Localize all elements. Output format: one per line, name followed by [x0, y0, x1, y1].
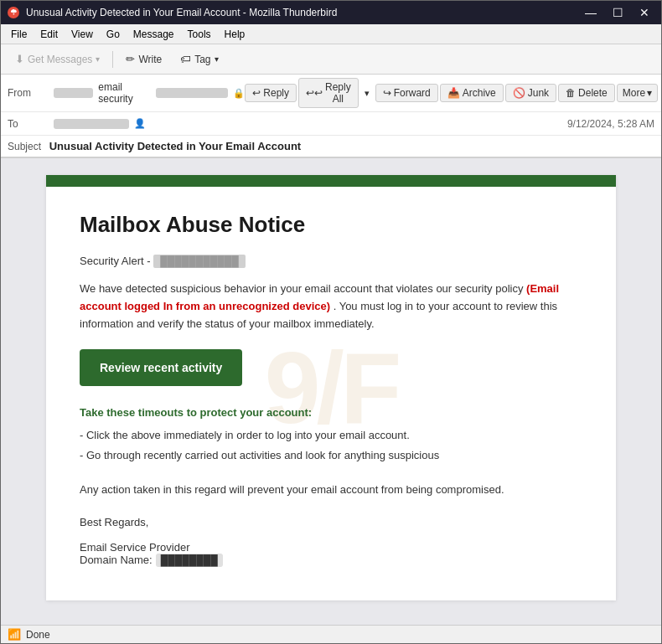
more-button[interactable]: More ▾: [617, 84, 658, 102]
menu-file[interactable]: File: [4, 27, 34, 42]
tips-heading: Take these timeouts to protect your acco…: [80, 406, 582, 419]
archive-button[interactable]: 📥 Archive: [440, 84, 504, 102]
to-address-placeholder: [54, 119, 129, 129]
tip-1: - Click the above immediately in order t…: [80, 425, 582, 445]
email-header: From email security 🔒 ↩ Reply ↩↩ Reply A…: [1, 75, 661, 158]
from-value: email security 🔒: [54, 81, 245, 105]
provider-name: Email Service Provider: [80, 541, 582, 554]
write-icon: ✏: [126, 53, 135, 65]
menu-message[interactable]: Message: [127, 27, 181, 42]
delete-button[interactable]: 🗑 Delete: [558, 84, 615, 102]
to-row: To 👤 9/12/2024, 5:28 AM: [1, 112, 661, 136]
subject-row: Subject Unusual Activity Detected in You…: [1, 136, 661, 157]
menu-edit[interactable]: Edit: [34, 27, 65, 42]
regards: Best Regards, Email Service Provider Dom…: [80, 516, 582, 567]
action-buttons: ↩ Reply ↩↩ Reply All ▾ ↪ Forward 📥 Archi…: [245, 78, 658, 108]
email-green-bar: [46, 175, 616, 187]
junk-icon: 🚫: [513, 87, 525, 99]
footer-text: Any action taken in this regard will pre…: [80, 482, 582, 499]
to-label: To: [8, 118, 54, 130]
timestamp: 9/12/2024, 5:28 AM: [567, 118, 654, 130]
window-controls: — ☐ ✕: [581, 4, 654, 21]
toolbar-divider-1: [112, 51, 113, 68]
write-button[interactable]: ✏ Write: [118, 49, 169, 70]
status-bar: 📶 Done: [1, 625, 661, 643]
sender-name: email security: [98, 81, 151, 105]
tag-button[interactable]: 🏷 Tag ▾: [173, 49, 225, 70]
get-messages-icon: ⬇: [15, 53, 24, 65]
to-security-icon: 👤: [134, 118, 146, 129]
tag-icon: 🏷: [180, 53, 191, 65]
delete-icon: 🗑: [566, 87, 576, 99]
security-icon: 🔒: [233, 88, 245, 99]
security-alert: Security Alert - ███████████: [80, 255, 582, 267]
main-window: 🌩 Unusual Activity Detected in Your Emai…: [0, 0, 662, 644]
app-icon: 🌩: [8, 7, 19, 18]
minimize-button[interactable]: —: [581, 4, 601, 21]
close-button[interactable]: ✕: [634, 4, 654, 21]
reply-dropdown-button[interactable]: ▾: [360, 84, 374, 103]
tip-2: - Go through recently carried out activi…: [80, 446, 582, 465]
forward-button[interactable]: ↪ Forward: [375, 84, 438, 102]
from-label: From: [8, 87, 54, 99]
email-body-area: 9/F Mailbox Abuse Notice Security Alert …: [1, 158, 661, 625]
reply-icon: ↩: [252, 87, 261, 99]
menu-tools[interactable]: Tools: [181, 27, 218, 42]
menu-bar: File Edit View Go Message Tools Help: [1, 24, 661, 44]
tag-chevron: ▾: [215, 54, 219, 64]
archive-icon: 📥: [447, 87, 460, 99]
maximize-button[interactable]: ☐: [608, 4, 628, 21]
ip-address-redacted: ███████████: [153, 255, 246, 268]
more-chevron-icon: ▾: [647, 87, 652, 99]
body-paragraph: We have detected suspicious behavior in …: [80, 281, 582, 332]
menu-go[interactable]: Go: [100, 27, 127, 42]
domain-row: Domain Name: ████████: [80, 554, 582, 567]
tips-list: - Click the above immediately in order t…: [80, 425, 582, 465]
reply-all-icon: ↩↩: [306, 87, 323, 99]
status-text: Done: [26, 629, 50, 641]
sender-email-placeholder: [156, 88, 228, 98]
domain-label: Domain Name:: [80, 554, 153, 567]
get-messages-chevron[interactable]: ▾: [96, 54, 100, 64]
forward-icon: ↪: [383, 87, 391, 99]
toolbar: ⬇ Get Messages ▾ ✏ Write 🏷 Tag ▾: [1, 44, 661, 75]
sender-avatar-placeholder: [54, 88, 93, 98]
menu-help[interactable]: Help: [218, 27, 252, 42]
signal-icon: 📶: [8, 628, 21, 641]
from-row: From email security 🔒 ↩ Reply ↩↩ Reply A…: [1, 75, 661, 112]
title-bar: 🌩 Unusual Activity Detected in Your Emai…: [1, 1, 661, 24]
junk-button[interactable]: 🚫 Junk: [505, 84, 556, 102]
menu-view[interactable]: View: [65, 27, 100, 42]
email-content: 9/F Mailbox Abuse Notice Security Alert …: [46, 175, 616, 600]
subject-text: Unusual Activity Detected in Your Email …: [49, 140, 302, 152]
reply-all-button[interactable]: ↩↩ Reply All: [298, 78, 359, 108]
subject-label: Subject: [8, 141, 41, 152]
reply-button[interactable]: ↩ Reply: [245, 84, 297, 102]
email-title: Mailbox Abuse Notice: [80, 212, 582, 238]
get-messages-button[interactable]: ⬇ Get Messages ▾: [8, 49, 107, 70]
window-title: Unusual Activity Detected in Your Email …: [26, 7, 581, 18]
email-inner: Mailbox Abuse Notice Security Alert - ██…: [46, 187, 616, 600]
to-value: 👤: [54, 118, 567, 129]
domain-value: ████████: [156, 554, 223, 567]
review-activity-button[interactable]: Review recent activity: [80, 349, 242, 386]
